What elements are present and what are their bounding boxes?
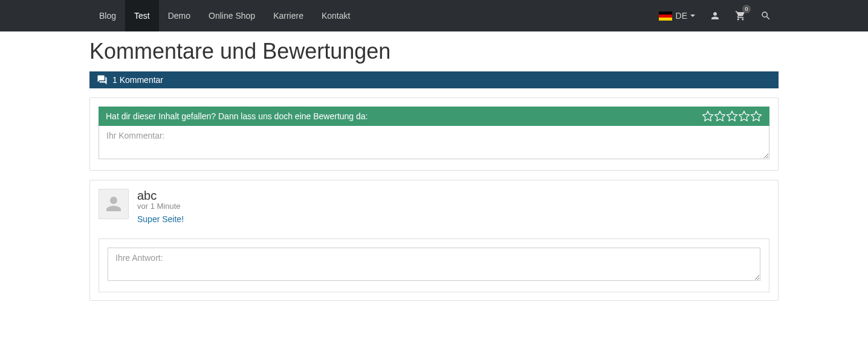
comment-count-label: 1 Kommentar — [112, 75, 163, 85]
language-selector[interactable]: DE — [652, 11, 702, 21]
nav-item-online-shop[interactable]: Online Shop — [199, 0, 264, 31]
star-4[interactable] — [738, 110, 750, 122]
comment-item: abc vor 1 Minute Super Seite! — [99, 189, 769, 224]
comment-text: Super Seite! — [137, 214, 769, 224]
avatar-placeholder-icon — [103, 193, 125, 215]
rating-panel: Hat dir dieser Inhalt gefallen? Dann las… — [89, 97, 779, 171]
nav-item-demo[interactable]: Demo — [159, 0, 199, 31]
rating-bar: Hat dir dieser Inhalt gefallen? Dann las… — [99, 107, 769, 126]
nav-item-karriere[interactable]: Karriere — [264, 0, 313, 31]
flag-de-icon — [659, 12, 672, 21]
comment-panel: abc vor 1 Minute Super Seite! — [89, 180, 779, 301]
section-title: Kommentare und Bewertungen — [89, 39, 779, 64]
navbar: Blog Test Demo Online Shop Karriere Kont… — [0, 0, 868, 31]
comment-author: abc — [137, 189, 769, 203]
navbar-right: DE 0 — [652, 0, 868, 31]
language-label: DE — [676, 11, 687, 21]
nav-item-blog[interactable]: Blog — [0, 0, 125, 31]
comments-icon — [97, 74, 108, 85]
chevron-down-icon — [690, 15, 695, 17]
comment-count-header: 1 Kommentar — [89, 71, 779, 88]
cart-button[interactable]: 0 — [728, 0, 753, 31]
nav-item-kontakt[interactable]: Kontakt — [313, 0, 359, 31]
star-1[interactable] — [702, 110, 714, 122]
avatar — [99, 189, 129, 219]
star-2[interactable] — [714, 110, 726, 122]
comment-input[interactable] — [99, 126, 769, 159]
comment-time: vor 1 Minute — [137, 202, 769, 211]
navbar-left: Blog Test Demo Online Shop Karriere Kont… — [0, 0, 359, 31]
rating-stars — [702, 110, 762, 122]
star-3[interactable] — [726, 110, 738, 122]
reply-panel — [99, 238, 769, 292]
search-button[interactable] — [753, 0, 779, 31]
search-icon — [760, 10, 771, 21]
reply-input[interactable] — [108, 248, 760, 281]
user-icon — [710, 10, 721, 21]
content-wrapper: Kommentare und Bewertungen 1 Kommentar H… — [0, 39, 868, 301]
rating-prompt: Hat dir dieser Inhalt gefallen? Dann las… — [106, 111, 368, 121]
cart-badge: 0 — [742, 5, 751, 13]
user-button[interactable] — [702, 0, 728, 31]
nav-item-test[interactable]: Test — [125, 0, 159, 31]
comment-body: abc vor 1 Minute Super Seite! — [137, 189, 769, 224]
star-5[interactable] — [750, 110, 762, 122]
